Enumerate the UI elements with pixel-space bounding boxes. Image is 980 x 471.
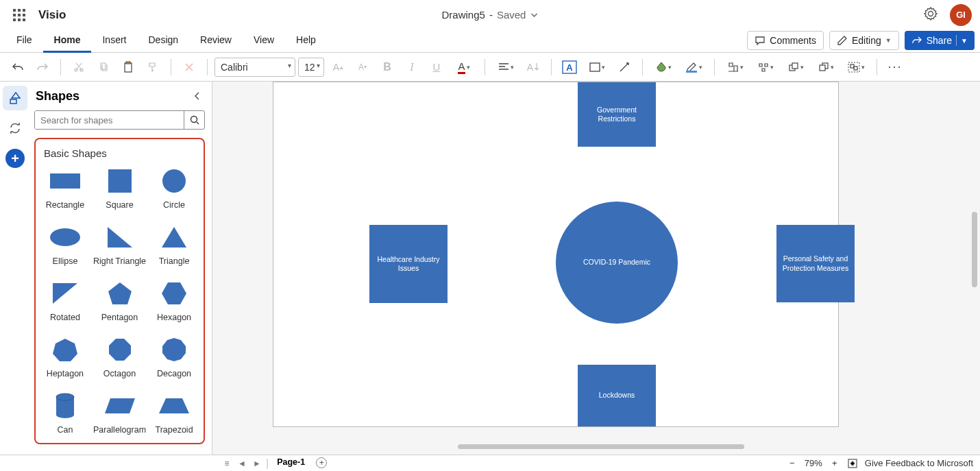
svg-marker-30 (108, 282, 132, 304)
shape-parallelogram[interactable]: Parallelogram (93, 392, 146, 435)
grow-font-button[interactable]: A▴ (327, 58, 349, 77)
canvas-shape-covid[interactable]: COVID-19 Pandemic (556, 202, 678, 324)
align-button[interactable]: ▾ (492, 58, 519, 77)
tab-review[interactable]: Review (189, 29, 243, 53)
canvas-shape-gov[interactable]: Government Restrictions (578, 82, 656, 147)
drawing-page[interactable]: Government RestrictionsHealthcare Indust… (273, 82, 839, 427)
avatar[interactable]: GI (950, 4, 972, 26)
editing-mode-button[interactable]: Editing ▼ (829, 31, 899, 50)
stencil-title: Basic Shapes (41, 147, 198, 167)
cut-button[interactable] (68, 58, 90, 77)
shape-trapezoid[interactable]: Trapezoid (150, 392, 198, 435)
comment-icon (755, 35, 765, 46)
connector-tool-button[interactable] (613, 58, 635, 77)
shape-search-input[interactable] (35, 111, 184, 129)
svg-marker-34 (162, 338, 186, 361)
zoom-level[interactable]: 79% (805, 458, 822, 468)
shrink-font-button[interactable]: A▾ (352, 58, 373, 77)
app-launcher-icon[interactable] (8, 4, 30, 26)
svg-rect-9 (125, 63, 132, 72)
feedback-link[interactable]: Give Feedback to Microsoft (865, 458, 973, 468)
copy-button[interactable] (93, 58, 114, 77)
tab-view[interactable]: View (243, 29, 285, 53)
bold-button[interactable]: B (376, 58, 398, 77)
svg-marker-39 (105, 398, 135, 413)
text-direction-button[interactable]: A (522, 58, 544, 77)
shape-pentagon[interactable]: Pentagon (93, 280, 146, 322)
group-button[interactable]: ▾ (842, 58, 870, 77)
shape-can[interactable]: Can (41, 392, 89, 435)
svg-point-22 (191, 117, 197, 123)
right-triangle-icon (103, 224, 136, 251)
redo-button[interactable] (32, 58, 53, 77)
shapes-rail-shapes[interactable] (3, 86, 27, 110)
italic-button[interactable]: I (401, 58, 423, 77)
shape-octagon[interactable]: Octagon (93, 336, 146, 378)
tab-insert[interactable]: Insert (91, 29, 137, 53)
add-page-button[interactable]: + (316, 457, 327, 468)
shape-tool-button[interactable]: ▾ (583, 58, 611, 77)
bring-front-button[interactable]: ▾ (782, 58, 809, 77)
shape-hexagon[interactable]: Hexagon (150, 280, 198, 322)
svg-rect-6 (13, 19, 16, 21)
shape-circle[interactable]: Circle (150, 167, 198, 210)
canvas[interactable]: Government RestrictionsHealthcare Indust… (212, 82, 980, 455)
fit-to-window-button[interactable] (847, 458, 858, 469)
page-tab[interactable]: Page-1 (271, 457, 310, 470)
plus-icon: + (11, 151, 19, 167)
shape-label: Square (106, 200, 133, 210)
delete-button[interactable] (178, 58, 200, 77)
more-commands-button[interactable]: ··· (884, 58, 906, 77)
line-color-button[interactable]: ▾ (680, 58, 707, 77)
shape-label: Parallelogram (93, 425, 146, 435)
zoom-out-button[interactable]: − (787, 458, 798, 468)
vertical-scrollbar[interactable] (972, 212, 977, 287)
shape-right-triangle[interactable]: Right Triangle (93, 224, 146, 266)
all-pages-button[interactable]: ≡ (221, 457, 233, 470)
shapes-rail-stencils[interactable] (3, 116, 27, 141)
shape-rotated[interactable]: Rotated (41, 280, 89, 322)
tab-design[interactable]: Design (137, 29, 189, 53)
paste-button[interactable] (117, 58, 139, 77)
font-name-select[interactable]: Calibri (215, 58, 295, 77)
font-size-select[interactable]: 12 (298, 58, 324, 77)
shape-heptagon[interactable]: Heptagon (41, 336, 89, 378)
canvas-shape-healthcare[interactable]: Healthcare Industry Issues (369, 225, 448, 303)
position-button[interactable]: ▾ (752, 58, 779, 77)
shape-decagon[interactable]: Decagon (150, 336, 198, 378)
shapes-rail-add[interactable]: + (5, 149, 25, 168)
shape-ellipse[interactable]: Ellipse (41, 224, 89, 266)
text-tool-button[interactable]: A (559, 58, 580, 77)
horizontal-scrollbar[interactable] (458, 444, 744, 449)
zoom-in-button[interactable]: + (829, 458, 840, 468)
fill-color-button[interactable]: ▾ (650, 58, 677, 77)
undo-button[interactable] (7, 58, 29, 77)
trapezoid-icon (158, 392, 191, 420)
share-button[interactable]: Share ▼ (905, 31, 975, 50)
document-title[interactable]: Drawing5 - Saved (442, 9, 539, 21)
svg-marker-27 (108, 227, 132, 247)
format-painter-button[interactable] (142, 58, 164, 77)
font-color-button[interactable]: A▾ (450, 58, 478, 77)
shape-search-button[interactable] (184, 111, 204, 129)
send-back-button[interactable]: ▾ (812, 58, 840, 77)
svg-marker-33 (109, 339, 131, 361)
shape-label: Circle (163, 200, 185, 210)
settings-button[interactable] (924, 7, 938, 23)
canvas-shape-personal[interactable]: Personal Safety and Protection Measures (776, 225, 855, 302)
shape-label: Ellipse (53, 256, 78, 266)
collapse-panel-button[interactable] (190, 88, 205, 104)
tab-home[interactable]: Home (43, 29, 92, 53)
share-icon (911, 35, 922, 46)
tab-help[interactable]: Help (285, 29, 327, 53)
underline-button[interactable]: U (426, 58, 448, 77)
prev-page-button[interactable]: ◄ (236, 457, 248, 470)
canvas-shape-lockdowns[interactable]: Lockdowns (578, 365, 656, 426)
shape-triangle[interactable]: Triangle (150, 224, 198, 266)
comments-button[interactable]: Comments (747, 31, 824, 50)
align-objects-button[interactable]: ▾ (722, 58, 749, 77)
shape-rectangle[interactable]: Rectangle (41, 167, 89, 210)
next-page-button[interactable]: ► (251, 457, 263, 470)
tab-file[interactable]: File (5, 29, 43, 53)
shape-square[interactable]: Square (93, 167, 146, 210)
